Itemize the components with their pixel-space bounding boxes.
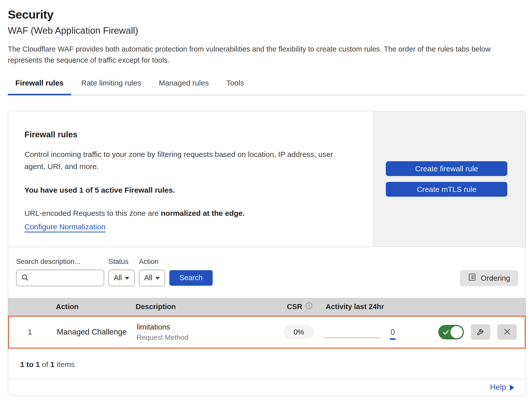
action-dropdown[interactable]: All <box>139 270 165 286</box>
status-dropdown-value: All <box>114 274 122 282</box>
search-group: Search description... <box>16 258 104 286</box>
info-icon[interactable] <box>305 302 313 311</box>
delete-rule-button[interactable] <box>497 324 517 340</box>
tab-managed-rules[interactable]: Managed rules <box>151 79 216 95</box>
firewall-rules-info: Firewall rules Control incoming traffic … <box>8 111 373 247</box>
toggle-knob <box>450 326 463 338</box>
header-description: Description <box>133 303 274 311</box>
help-footer: Help <box>8 379 526 396</box>
search-button[interactable]: Search <box>169 270 213 286</box>
page-description: The Cloudflare WAF provides both automat… <box>8 44 524 66</box>
pagination-range: 1 to 1 <box>20 360 40 368</box>
page-subtitle: WAF (Web Application Firewall) <box>8 25 526 36</box>
search-label: Search description... <box>16 258 104 266</box>
rule-action: Managed Challenge <box>51 327 134 337</box>
action-dropdown-value: All <box>144 274 152 282</box>
firewall-rules-card: Firewall rules Control incoming traffic … <box>8 111 526 396</box>
rule-csr-cell: 0% <box>273 325 325 339</box>
wrench-icon <box>476 327 485 337</box>
rule-description-cell: limitations Request Method <box>134 323 273 342</box>
rule-expression: Request Method <box>137 334 273 342</box>
panel-heading: Firewall rules <box>24 130 358 139</box>
activity-count-link[interactable]: 0 <box>390 328 396 340</box>
tab-firewall-rules[interactable]: Firewall rules <box>8 79 71 95</box>
rule-activity-cell: 0 <box>325 324 415 340</box>
rule-controls <box>415 324 525 340</box>
security-waf-page: Security WAF (Web Application Firewall) … <box>0 0 532 396</box>
rules-table-header: Action Description CSR Activity last 24h… <box>8 298 526 316</box>
header-action: Action <box>50 303 133 311</box>
pagination-items: items <box>57 360 75 368</box>
header-csr: CSR <box>274 302 326 311</box>
header-activity: Activity last 24hr <box>326 303 416 311</box>
waf-tab-bar: Firewall rules Rate limiting rules Manag… <box>8 79 526 95</box>
rule-priority: 1 <box>9 328 51 336</box>
action-filter-group: Action All <box>139 258 165 286</box>
help-link[interactable]: Help <box>490 383 514 392</box>
pagination-of: of <box>42 360 48 368</box>
status-label: Status <box>108 258 135 266</box>
rule-enabled-toggle[interactable] <box>438 325 464 339</box>
action-label: Action <box>139 258 165 266</box>
checkmark-icon <box>442 329 449 337</box>
normalization-note: URL-encoded Requests to this zone are no… <box>24 209 358 218</box>
card-top-section: Firewall rules Control incoming traffic … <box>8 111 526 247</box>
csr-badge: 0% <box>284 325 314 339</box>
filter-toolbar: Search description... Status All <box>8 247 526 298</box>
status-filter-group: Status All <box>108 258 135 286</box>
create-firewall-rule-button[interactable]: Create firewall rule <box>386 161 507 176</box>
page-title: Security <box>8 8 526 21</box>
tab-tools[interactable]: Tools <box>219 79 252 95</box>
chevron-down-icon <box>125 277 129 280</box>
activity-sparkline <box>325 338 381 338</box>
search-input[interactable] <box>32 274 104 282</box>
edit-rule-button[interactable] <box>471 324 490 340</box>
firewall-rule-row[interactable]: 1 Managed Challenge limitations Request … <box>8 316 526 349</box>
normalization-note-bold: normalized at the edge. <box>161 209 245 217</box>
header-csr-label: CSR <box>287 303 302 311</box>
help-link-label: Help <box>490 383 506 392</box>
ordering-list-icon <box>468 273 476 283</box>
create-mtls-rule-button[interactable]: Create mTLS rule <box>386 182 507 197</box>
close-icon <box>503 327 511 337</box>
status-dropdown[interactable]: All <box>108 270 135 286</box>
search-field[interactable] <box>16 270 104 286</box>
pagination-summary: 1 to 1 of 1 items <box>8 349 526 379</box>
ordering-button-label: Ordering <box>481 274 510 282</box>
pagination-total: 1 <box>50 360 55 368</box>
panel-description: Control incoming traffic to your zone by… <box>24 148 354 172</box>
chevron-down-icon <box>155 277 160 280</box>
search-icon <box>21 274 29 282</box>
help-arrow-icon <box>510 385 514 391</box>
normalization-note-text: URL-encoded Requests to this zone are <box>24 209 161 217</box>
rule-description: limitations <box>137 323 273 331</box>
tab-rate-limiting-rules[interactable]: Rate limiting rules <box>74 79 149 95</box>
configure-normalization-link[interactable]: Configure Normalization <box>24 223 105 231</box>
ordering-button[interactable]: Ordering <box>460 270 518 286</box>
create-actions-panel: Create firewall rule Create mTLS rule <box>373 111 526 247</box>
usage-summary: You have used 1 of 5 active Firewall rul… <box>24 186 358 194</box>
